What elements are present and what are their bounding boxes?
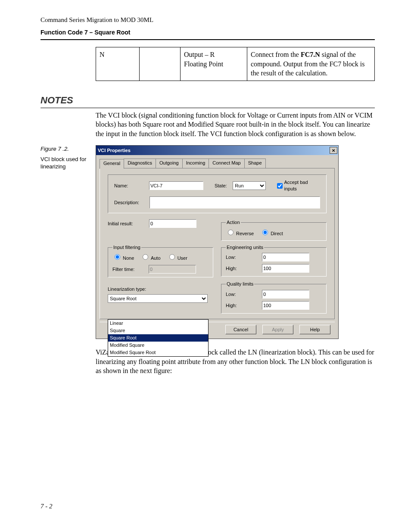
ql-high-input[interactable] <box>262 301 309 310</box>
cell-col4: Connect from the FC7.N signal of the com… <box>247 47 375 81</box>
cell-col1: N <box>96 47 140 81</box>
notes-para-1: The VCI block (signal conditioning funct… <box>96 111 375 139</box>
engineering-units-group: Engineering units Low: High: <box>221 244 327 277</box>
eng-high-input[interactable] <box>262 264 309 273</box>
name-label: Name: <box>114 183 149 189</box>
action-group: Action Reverse Direct <box>221 219 327 241</box>
action-reverse-radio[interactable] <box>228 230 234 235</box>
tab-strip: General Diagnostics Outgoing Incoming Co… <box>100 159 335 168</box>
name-input[interactable] <box>149 181 203 190</box>
description-label: Description: <box>114 199 149 206</box>
eng-high-label: High: <box>226 265 262 272</box>
apply-button: Apply <box>262 325 293 334</box>
linearization-type-label: Linearization type: <box>108 286 213 292</box>
help-button[interactable]: Help <box>299 325 330 334</box>
dialog-title: VCI Properties <box>98 147 131 154</box>
section-title: Function Code 7 – Square Root <box>40 28 375 37</box>
description-input[interactable] <box>149 196 320 208</box>
initial-result-input[interactable] <box>149 219 196 228</box>
filter-auto-radio[interactable] <box>143 254 148 260</box>
ql-low-label: Low: <box>226 291 262 298</box>
initial-result-label: Initial result: <box>108 221 149 227</box>
tab-panel-general: Name: State: Run Accept bad inputs <box>100 168 335 319</box>
linearization-dropdown-list[interactable]: Linear Square Square Root Modified Squar… <box>108 319 209 356</box>
figure-number: Figure 7 .2. <box>40 145 96 153</box>
dropdown-option[interactable]: Modified Square <box>108 342 208 349</box>
filter-time-input <box>149 265 196 274</box>
cell-col3: Output – RFloating Point <box>181 47 247 81</box>
dropdown-option[interactable]: Square <box>108 327 208 334</box>
cancel-button[interactable]: Cancel <box>225 325 256 334</box>
tab-incoming[interactable]: Incoming <box>182 159 209 168</box>
table-row: N Output – RFloating Point Connect from … <box>96 47 375 81</box>
tab-diagnostics[interactable]: Diagnostics <box>124 159 156 168</box>
ql-low-input[interactable] <box>262 290 309 299</box>
rule <box>40 39 375 40</box>
cell-col2 <box>140 47 181 81</box>
state-select[interactable]: Run <box>233 181 266 190</box>
running-header: Command Series Migration to MOD 30ML <box>40 16 375 24</box>
eng-low-input[interactable] <box>262 253 309 261</box>
input-filtering-legend: Input filtering <box>112 244 141 251</box>
tab-shape[interactable]: Shape <box>244 159 266 168</box>
dropdown-option-selected[interactable]: Square Root <box>108 334 208 342</box>
eng-low-label: Low: <box>226 254 262 261</box>
vci-properties-dialog: VCI Properties ✕ General Diagnostics Out… <box>96 145 339 339</box>
dialog-titlebar[interactable]: VCI Properties ✕ <box>96 146 338 155</box>
action-legend: Action <box>226 219 241 226</box>
input-filtering-group: Input filtering None Auto User Filter ti… <box>108 244 213 278</box>
tab-outgoing[interactable]: Outgoing <box>156 159 183 168</box>
accept-bad-inputs-checkbox[interactable] <box>277 183 283 189</box>
dropdown-option[interactable]: Linear <box>108 320 208 327</box>
action-direct-radio[interactable] <box>262 230 268 235</box>
quality-limits-group: Quality limits Low: High: <box>221 281 327 314</box>
page-number: 7 - 2 <box>40 502 53 510</box>
filter-user-radio[interactable] <box>169 254 175 260</box>
figure-caption: VCI block used for linearizing <box>40 156 96 171</box>
notes-heading: NOTES <box>40 94 375 108</box>
tab-connect-map[interactable]: Connect Map <box>209 159 244 168</box>
quality-limits-legend: Quality limits <box>226 281 254 287</box>
linearization-type-select[interactable]: Square Root <box>108 294 208 303</box>
ql-high-label: High: <box>226 302 262 309</box>
dropdown-option[interactable]: Modified Square Root <box>108 349 208 356</box>
filter-time-label: Filter time: <box>112 266 149 273</box>
close-icon[interactable]: ✕ <box>330 147 337 154</box>
state-label: State: <box>215 183 233 189</box>
filter-none-radio[interactable] <box>115 254 120 260</box>
accept-bad-inputs-label: Accept bad inputs <box>284 179 320 192</box>
tab-general[interactable]: General <box>100 159 124 169</box>
engineering-units-legend: Engineering units <box>226 244 264 251</box>
output-table: N Output – RFloating Point Connect from … <box>96 47 375 81</box>
